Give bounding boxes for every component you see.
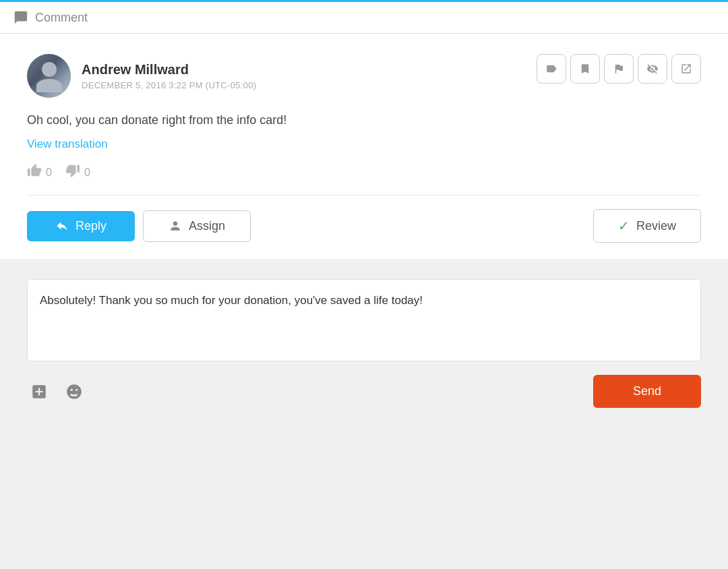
- add-media-icon[interactable]: [27, 380, 51, 404]
- reply-icon: [55, 219, 69, 233]
- thumbs-down-icon[interactable]: [65, 163, 80, 181]
- comment-icon: [13, 10, 28, 25]
- send-label: Send: [633, 384, 661, 398]
- send-button[interactable]: Send: [593, 375, 701, 408]
- upvote-count: 0: [46, 167, 52, 179]
- bookmark-button[interactable]: [570, 54, 600, 84]
- assign-button[interactable]: Assign: [143, 210, 251, 242]
- footer-icons: [27, 380, 86, 404]
- assign-label: Assign: [189, 219, 225, 233]
- view-translation-link[interactable]: View translation: [27, 138, 108, 151]
- tag-button[interactable]: [537, 54, 566, 84]
- hide-button[interactable]: [638, 54, 667, 84]
- emoji-icon[interactable]: [62, 380, 86, 404]
- thumbs-up-icon[interactable]: [27, 163, 42, 181]
- author-info: Andrew Millward DECEMBER 5, 2016 3:22 PM…: [82, 62, 256, 90]
- avatar-image: [27, 54, 71, 98]
- review-label: Review: [636, 219, 676, 233]
- avatar: [27, 54, 71, 98]
- reply-label: Reply: [75, 219, 107, 233]
- reply-textarea[interactable]: Absolutely! Thank you so much for your d…: [40, 292, 688, 346]
- author-name: Andrew Millward: [82, 62, 256, 78]
- divider: [27, 195, 701, 196]
- reply-button[interactable]: Reply: [27, 211, 135, 241]
- author-block: Andrew Millward DECEMBER 5, 2016 3:22 PM…: [27, 54, 256, 98]
- reply-footer: Send: [27, 375, 701, 408]
- header-title: Comment: [35, 11, 88, 25]
- downvote-item: 0: [65, 163, 90, 181]
- vote-section: 0 0: [27, 163, 701, 181]
- upvote-item: 0: [27, 163, 52, 181]
- downvote-count: 0: [84, 167, 90, 179]
- redirect-button[interactable]: [671, 54, 701, 84]
- comment-date: DECEMBER 5, 2016 3:22 PM (UTC-05:00): [82, 80, 256, 90]
- check-icon: ✓: [618, 218, 630, 234]
- comment-header: Andrew Millward DECEMBER 5, 2016 3:22 PM…: [27, 54, 701, 98]
- flag-button[interactable]: [604, 54, 634, 84]
- action-icons-group: [537, 54, 701, 84]
- review-button[interactable]: ✓ Review: [593, 209, 701, 243]
- assign-icon: [169, 219, 182, 233]
- reply-section: Absolutely! Thank you so much for your d…: [0, 259, 728, 428]
- action-buttons-row: Reply Assign ✓ Review: [27, 209, 701, 243]
- comment-section: Andrew Millward DECEMBER 5, 2016 3:22 PM…: [0, 34, 728, 259]
- header-bar: Comment: [0, 0, 728, 34]
- reply-box: Absolutely! Thank you so much for your d…: [27, 279, 701, 361]
- comment-body: Oh cool, you can donate right from the i…: [27, 111, 701, 129]
